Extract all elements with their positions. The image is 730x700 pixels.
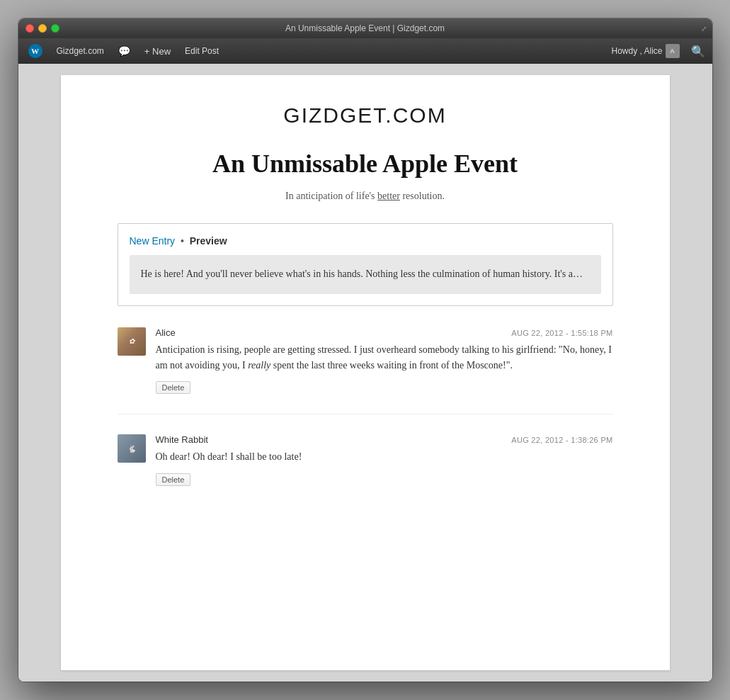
alice-comment-date: AUG 22, 2012 - 1:55:18 PM bbox=[511, 329, 612, 337]
alice-comment-text: Anticipation is rising, people are getti… bbox=[156, 342, 613, 374]
search-icon: 🔍 bbox=[691, 45, 705, 58]
new-content-button[interactable]: + New bbox=[139, 41, 176, 61]
edit-post-button[interactable]: Edit Post bbox=[179, 41, 224, 61]
alice-comment-body: Alice AUG 22, 2012 - 1:55:18 PM Anticipa… bbox=[156, 327, 613, 395]
subtitle-better: better bbox=[377, 191, 400, 201]
window-controls bbox=[25, 24, 59, 33]
wp-logo-button[interactable]: W bbox=[23, 41, 48, 61]
howdy-user[interactable]: Howdy , Alice A bbox=[605, 41, 685, 61]
title-bar: An Unmissable Apple Event | Gizdget.com … bbox=[18, 18, 712, 38]
close-button[interactable] bbox=[25, 24, 34, 33]
user-avatar: A bbox=[666, 44, 680, 58]
alice-author-name: Alice bbox=[156, 327, 176, 338]
rabbit-avatar-image: 🐇 bbox=[118, 434, 146, 463]
maximize-button[interactable] bbox=[51, 24, 59, 33]
new-entry-link[interactable]: New Entry bbox=[130, 235, 176, 247]
site-name-link[interactable]: Gizdget.com bbox=[51, 41, 110, 61]
site-name-label: Gizdget.com bbox=[57, 46, 104, 56]
admin-bar: W Gizdget.com 💬 + New Edit Post Howdy , … bbox=[18, 38, 712, 64]
preview-header: New Entry • Preview bbox=[118, 235, 612, 255]
rabbit-avatar: 🐇 bbox=[118, 434, 146, 463]
new-label: + New bbox=[144, 46, 171, 57]
preview-content: He is here! And you'll never believe wha… bbox=[130, 255, 601, 293]
comment-divider-1 bbox=[118, 414, 613, 414]
wordpress-logo: W bbox=[28, 44, 42, 58]
comments-section: ✿ Alice AUG 22, 2012 - 1:55:18 PM Antici… bbox=[118, 327, 613, 486]
rabbit-comment-body: White Rabbit AUG 22, 2012 - 1:38:26 PM O… bbox=[156, 434, 613, 485]
rabbit-author-name: White Rabbit bbox=[156, 434, 208, 445]
alice-avatar-image: ✿ bbox=[118, 327, 146, 356]
search-button[interactable]: 🔍 bbox=[688, 41, 708, 61]
post-subtitle: In anticipation of life's better resolut… bbox=[118, 191, 613, 202]
bullet-separator: • bbox=[178, 235, 187, 247]
edit-post-label: Edit Post bbox=[185, 46, 219, 56]
alice-delete-button[interactable]: Delete bbox=[156, 381, 191, 394]
alice-avatar: ✿ bbox=[118, 327, 146, 356]
browser-content: GIZDGET.COM An Unmissable Apple Event In… bbox=[18, 64, 712, 682]
howdy-label: Howdy , Alice bbox=[611, 46, 662, 56]
alice-comment-meta: Alice AUG 22, 2012 - 1:55:18 PM bbox=[156, 327, 613, 338]
comment-2: 🐇 White Rabbit AUG 22, 2012 - 1:38:26 PM… bbox=[118, 434, 613, 485]
comment-icon: 💬 bbox=[118, 45, 130, 57]
comments-button[interactable]: 💬 bbox=[113, 41, 136, 61]
comment-1: ✿ Alice AUG 22, 2012 - 1:55:18 PM Antici… bbox=[118, 327, 613, 395]
site-title: GIZDGET.COM bbox=[118, 103, 613, 128]
minimize-button[interactable] bbox=[38, 24, 47, 33]
rabbit-comment-text: Oh dear! Oh dear! I shall be too late! bbox=[156, 449, 613, 465]
mac-window: An Unmissable Apple Event | Gizdget.com … bbox=[18, 18, 712, 682]
preview-label: Preview bbox=[190, 235, 227, 247]
rabbit-comment-date: AUG 22, 2012 - 1:38:26 PM bbox=[511, 436, 612, 444]
page-wrapper: GIZDGET.COM An Unmissable Apple Event In… bbox=[61, 75, 670, 670]
admin-bar-right: Howdy , Alice A 🔍 bbox=[605, 41, 707, 61]
rabbit-delete-button[interactable]: Delete bbox=[156, 473, 191, 486]
preview-box: New Entry • Preview He is here! And you'… bbox=[118, 223, 613, 305]
window-title: An Unmissable Apple Event | Gizdget.com bbox=[285, 23, 445, 33]
post-title: An Unmissable Apple Event bbox=[118, 149, 613, 179]
resize-icon: ⤢ bbox=[701, 25, 707, 33]
rabbit-comment-meta: White Rabbit AUG 22, 2012 - 1:38:26 PM bbox=[156, 434, 613, 445]
